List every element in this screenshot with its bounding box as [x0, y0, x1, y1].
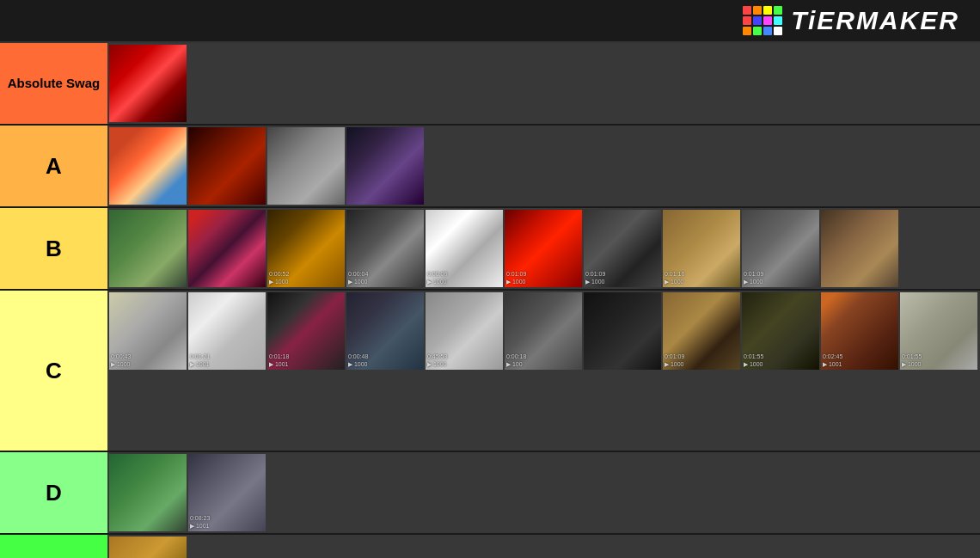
tier-label-d: D: [0, 452, 107, 533]
tier-label-a: A: [0, 126, 107, 206]
list-item[interactable]: [188, 210, 266, 287]
list-item[interactable]: 0:01:21▶ 1001: [188, 292, 266, 370]
tier-label-swag: Absolute Swag: [0, 43, 107, 124]
list-item[interactable]: [109, 454, 187, 531]
logo-text: TiERMAKER: [791, 6, 959, 35]
tier-label-absolute-hell: Absolute Hell: [0, 535, 107, 558]
list-item[interactable]: 0:00:04▶ 1000: [346, 210, 424, 287]
list-item[interactable]: 0:00:43▶ 1000: [109, 292, 187, 370]
tier-items-c: 0:00:43▶ 1000 0:01:21▶ 1001 0:01:18▶ 100…: [107, 291, 980, 451]
list-item[interactable]: 0:01:09▶ 1000: [742, 210, 819, 287]
list-item[interactable]: 0:01:18▶ 1001: [267, 292, 345, 370]
list-item[interactable]: [584, 292, 661, 370]
list-item[interactable]: 0:01:09▶ 1000: [584, 210, 661, 287]
tier-items-swag: [107, 43, 980, 124]
tier-row-a: A: [0, 126, 980, 208]
list-item[interactable]: 0:00:48▶ 1000: [346, 292, 424, 370]
list-item[interactable]: 0:01:09▶ 1000: [663, 292, 740, 370]
list-item[interactable]: 0:08:23▶ 1001: [188, 454, 266, 531]
list-item[interactable]: [109, 127, 187, 205]
list-item[interactable]: [109, 210, 187, 287]
list-item[interactable]: [188, 127, 266, 205]
list-item[interactable]: [821, 210, 898, 287]
logo-grid-icon: [743, 6, 782, 35]
list-item[interactable]: 0:00:06▶ 1000: [426, 210, 503, 287]
tier-items-absolute-hell: 0:01:16▶ 1000: [107, 535, 980, 558]
list-item[interactable]: 0:45:53▶ 1000: [426, 292, 503, 370]
tier-items-d: 0:08:23▶ 1001: [107, 452, 980, 533]
tier-items-a: [107, 126, 980, 206]
tier-row-b: B 0:00:52▶ 1000 0:00:04▶ 1000 0:00:06▶ 1…: [0, 208, 980, 291]
list-item[interactable]: [109, 45, 187, 122]
list-item[interactable]: 0:01:09▶ 1000: [505, 210, 582, 287]
list-item[interactable]: [267, 127, 345, 205]
list-item[interactable]: 0:01:16▶ 1000: [663, 210, 740, 287]
tier-label-c: C: [0, 291, 107, 451]
tiermaker-logo: TiERMAKER: [743, 6, 959, 35]
list-item[interactable]: 0:01:55▶ 1000: [742, 292, 819, 370]
tier-row-c: C 0:00:43▶ 1000 0:01:21▶ 1001 0:01:18▶ 1…: [0, 291, 980, 452]
list-item[interactable]: 0:00:18▶ 100: [505, 292, 582, 370]
tier-row-swag: Absolute Swag: [0, 43, 980, 126]
list-item[interactable]: 0:01:55▶ 1000: [900, 292, 977, 370]
tier-table: Absolute Swag A B 0:00:52▶ 1000: [0, 43, 980, 558]
list-item[interactable]: 0:02:45▶ 1001: [821, 292, 898, 370]
list-item[interactable]: [346, 127, 424, 205]
tier-label-b: B: [0, 208, 107, 289]
tier-row-d: D 0:08:23▶ 1001: [0, 452, 980, 535]
tier-row-absolute-hell: Absolute Hell 0:01:16▶ 1000: [0, 535, 980, 558]
list-item[interactable]: 0:00:52▶ 1000: [267, 210, 345, 287]
list-item[interactable]: 0:01:16▶ 1000: [109, 537, 187, 558]
tier-items-b: 0:00:52▶ 1000 0:00:04▶ 1000 0:00:06▶ 100…: [107, 208, 980, 289]
